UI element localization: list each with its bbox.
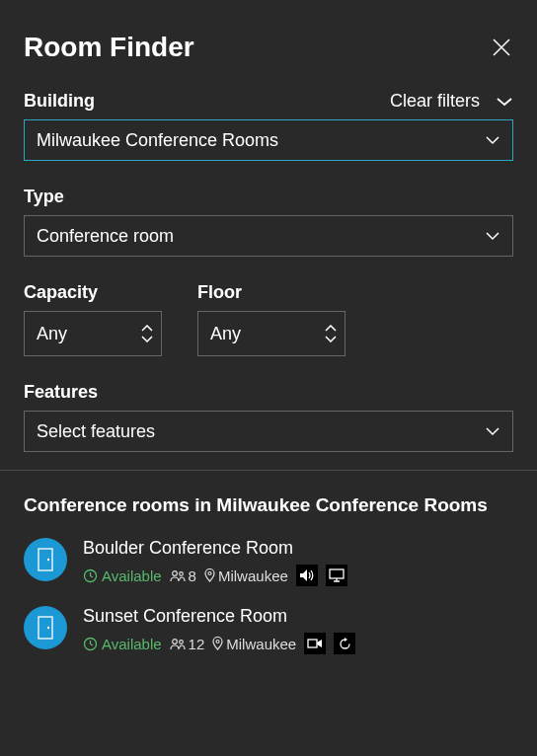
building-value: Milwaukee Conference Rooms [37,130,278,151]
door-icon [38,616,53,640]
room-name: Sunset Conference Room [83,606,513,627]
capacity-info: 8 [170,567,196,584]
capacity-stepper[interactable]: Any [24,311,162,356]
svg-point-10 [172,639,177,643]
floor-value: Any [210,324,241,344]
svg-point-8 [47,627,49,629]
people-icon [170,638,186,650]
audio-feature-icon [296,565,318,586]
chevron-down-icon [485,426,500,436]
video-feature-icon [304,633,326,654]
capacity-info: 12 [170,636,205,652]
chevron-up-icon[interactable] [325,325,337,333]
svg-point-4 [179,571,183,575]
refresh-feature-icon [334,633,355,654]
svg-rect-0 [38,549,52,570]
clear-filters-link[interactable]: Clear filters [390,91,480,112]
clock-icon [83,637,98,651]
svg-point-3 [172,570,177,575]
type-label: Type [24,187,513,207]
type-dropdown[interactable]: Conference room [24,215,513,257]
close-icon [493,38,510,56]
availability-status: Available [83,636,162,652]
svg-rect-13 [308,640,317,647]
location-info: Milwaukee [204,567,288,584]
svg-point-5 [208,572,211,575]
features-value: Select features [37,421,155,442]
page-title: Room Finder [24,32,194,63]
room-icon [24,538,67,581]
room-icon [24,606,67,649]
section-divider [0,470,537,471]
chevron-down-icon[interactable] [141,335,153,342]
svg-point-1 [47,559,49,561]
room-name: Boulder Conference Room [83,538,513,559]
location-info: Milwaukee [212,636,296,652]
chevron-down-icon [485,231,500,241]
results-heading: Conference rooms in Milwaukee Conference… [24,494,513,516]
availability-status: Available [83,567,162,584]
svg-point-12 [216,641,219,643]
door-icon [38,548,53,571]
svg-point-11 [179,640,183,643]
floor-stepper[interactable]: Any [197,311,345,356]
room-item[interactable]: Sunset Conference RoomAvailable12Milwauk… [24,606,513,654]
filters-chevron-icon[interactable] [496,96,513,108]
building-dropdown[interactable]: Milwaukee Conference Rooms [24,119,513,161]
type-value: Conference room [37,226,174,247]
location-icon [204,568,215,582]
close-button[interactable] [490,36,513,59]
chevron-down-icon [485,135,500,145]
room-item[interactable]: Boulder Conference RoomAvailable8Milwauk… [24,538,513,586]
floor-label: Floor [197,282,345,303]
chevron-up-icon[interactable] [141,325,153,333]
capacity-value: Any [37,324,67,344]
features-dropdown[interactable]: Select features [24,411,513,452]
chevron-down-icon[interactable] [325,335,337,342]
location-icon [212,637,223,650]
capacity-label: Capacity [24,282,162,303]
features-label: Features [24,382,513,403]
clock-icon [83,568,98,583]
svg-rect-6 [330,569,344,578]
people-icon [170,569,186,582]
svg-rect-7 [38,617,52,639]
building-label: Building [24,91,95,112]
display-feature-icon [326,565,347,586]
